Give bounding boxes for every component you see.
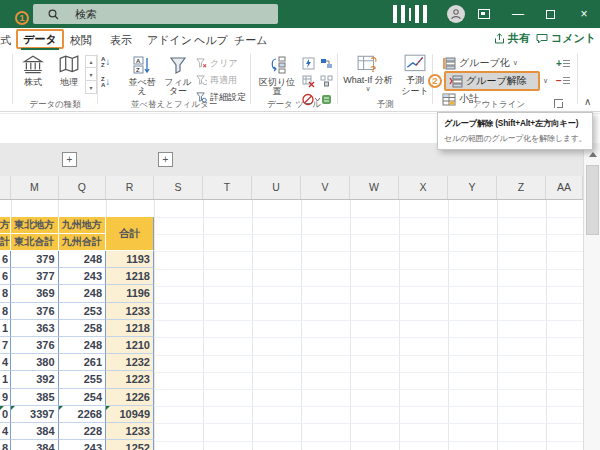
share-button[interactable]: 共有 xyxy=(494,31,530,46)
cell[interactable]: 377 xyxy=(11,268,59,285)
cell[interactable]: 1218 xyxy=(106,320,154,337)
cell[interactable]: 7 xyxy=(0,337,11,354)
ungroup-button[interactable]: グループ解除 xyxy=(444,71,540,91)
cell[interactable]: 東北地方 xyxy=(11,217,59,234)
cell[interactable]: 4 xyxy=(0,423,11,440)
cell[interactable]: 8 xyxy=(0,303,11,320)
cell[interactable]: 392 xyxy=(11,371,59,388)
cell[interactable]: 1232 xyxy=(106,354,154,371)
cell[interactable]: 9 xyxy=(0,389,11,406)
data-model-button[interactable] xyxy=(320,56,333,74)
sort-ascending-button[interactable]: AZ↓ xyxy=(101,56,110,68)
vertical-scrollbar[interactable] xyxy=(583,143,600,450)
cell[interactable]: 1 xyxy=(0,320,11,337)
geography-button[interactable]: 地理 xyxy=(52,54,86,87)
cell[interactable]: 10949 xyxy=(106,406,154,423)
search-input[interactable]: 検索 xyxy=(33,4,278,24)
clear-filter-button[interactable]: クリア xyxy=(196,57,238,70)
collapse-ribbon-icon[interactable]: ∧ xyxy=(584,96,591,107)
ungroup-chevron-icon[interactable]: ∨ xyxy=(543,77,548,85)
cell[interactable]: 2268 xyxy=(59,406,107,423)
cell[interactable]: 379 xyxy=(11,251,59,268)
cell[interactable]: 東北合計 xyxy=(11,234,59,251)
cell[interactable]: 8 xyxy=(0,440,11,450)
restore-button[interactable] xyxy=(538,0,562,28)
cell[interactable]: 384 xyxy=(11,423,59,440)
cell[interactable]: 248 xyxy=(59,251,107,268)
cell[interactable]: 1196 xyxy=(106,285,154,302)
column-header[interactable]: U xyxy=(252,176,301,199)
cell[interactable]: 1 xyxy=(0,371,11,388)
cell[interactable]: 1252 xyxy=(106,440,154,450)
tab-view[interactable]: 表示 xyxy=(110,33,132,48)
cell[interactable]: 1210 xyxy=(106,337,154,354)
dialog-launcher-icon[interactable] xyxy=(554,99,563,108)
cell[interactable]: 1218 xyxy=(106,268,154,285)
show-detail-button[interactable]: + xyxy=(556,58,570,69)
forecast-sheet-button[interactable]: 予測 シート xyxy=(396,54,434,96)
tab-data-highlight-box[interactable]: データ xyxy=(16,29,64,49)
remove-duplicates-button[interactable] xyxy=(302,74,315,92)
flash-fill-button[interactable] xyxy=(302,56,315,74)
stocks-button[interactable]: 株式 xyxy=(16,54,50,87)
consolidate-button[interactable] xyxy=(320,74,333,92)
filter-button[interactable]: フィルター xyxy=(160,54,196,96)
column-header[interactable]: T xyxy=(203,176,252,199)
column-header[interactable]: Y xyxy=(448,176,497,199)
column-header[interactable]: V xyxy=(301,176,350,199)
outline-expand-button[interactable]: + xyxy=(62,152,77,167)
sort-button[interactable]: AZ 並べ替え xyxy=(124,54,160,96)
tab-data[interactable]: データ xyxy=(23,32,57,47)
outline-expand-button[interactable]: + xyxy=(158,152,173,167)
tab-addins[interactable]: アドイン xyxy=(147,33,192,48)
cell[interactable]: 方 xyxy=(0,217,11,234)
ribbon-display-options-button[interactable] xyxy=(472,0,496,28)
cell[interactable]: 6 xyxy=(0,251,11,268)
cell[interactable]: 254 xyxy=(59,389,107,406)
close-button[interactable]: × xyxy=(572,0,596,28)
cell[interactable]: 385 xyxy=(11,389,59,406)
text-to-columns-button[interactable]: 区切り位置 xyxy=(256,54,298,96)
cell[interactable]: 6 xyxy=(0,268,11,285)
cell[interactable]: 376 xyxy=(11,303,59,320)
cell[interactable]: 1233 xyxy=(106,423,154,440)
column-header[interactable]: R xyxy=(106,176,154,199)
cell[interactable]: 228 xyxy=(59,423,107,440)
minimize-button[interactable]: — xyxy=(506,0,530,28)
cell[interactable]: 4 xyxy=(0,354,11,371)
column-header[interactable]: W xyxy=(350,176,399,199)
cell[interactable]: 計 xyxy=(0,234,11,251)
cell[interactable]: 261 xyxy=(59,354,107,371)
column-header[interactable]: Z xyxy=(497,176,546,199)
cell[interactable]: 1223 xyxy=(106,371,154,388)
tab-formulas-partial[interactable]: 式 xyxy=(0,33,11,48)
cell[interactable]: 1193 xyxy=(106,251,154,268)
cell[interactable]: 248 xyxy=(59,285,107,302)
cell[interactable]: 九州合計 xyxy=(59,234,107,251)
gallery-scroll-buttons[interactable]: ▴▾▾ xyxy=(85,55,97,94)
column-header[interactable]: Q xyxy=(59,176,107,199)
column-header[interactable]: AA xyxy=(546,176,583,199)
cell[interactable]: 243 xyxy=(59,268,107,285)
sort-descending-button[interactable]: ZA↓ xyxy=(101,76,110,88)
cell[interactable]: 0 xyxy=(0,406,11,423)
column-header[interactable]: S xyxy=(154,176,203,199)
cell[interactable]: 369 xyxy=(11,285,59,302)
tab-review[interactable]: 校閲 xyxy=(70,33,92,48)
column-header[interactable] xyxy=(0,176,11,199)
cell[interactable]: 8 xyxy=(0,285,11,302)
group-button[interactable]: グループ化 ∨ xyxy=(442,56,518,70)
column-header[interactable]: M xyxy=(11,176,59,199)
cell[interactable]: 248 xyxy=(59,337,107,354)
tab-help[interactable]: ヘルプ xyxy=(194,33,228,48)
cell[interactable]: 253 xyxy=(59,303,107,320)
cell[interactable]: 1233 xyxy=(106,303,154,320)
cell[interactable]: 380 xyxy=(11,354,59,371)
cell[interactable]: 3397 xyxy=(11,406,59,423)
tab-team[interactable]: チーム xyxy=(234,33,268,48)
cell[interactable]: 九州地方 xyxy=(59,217,107,234)
cell[interactable]: 255 xyxy=(59,371,107,388)
cell[interactable]: 258 xyxy=(59,320,107,337)
cell[interactable]: 384 xyxy=(11,440,59,450)
cell[interactable]: 363 xyxy=(11,320,59,337)
